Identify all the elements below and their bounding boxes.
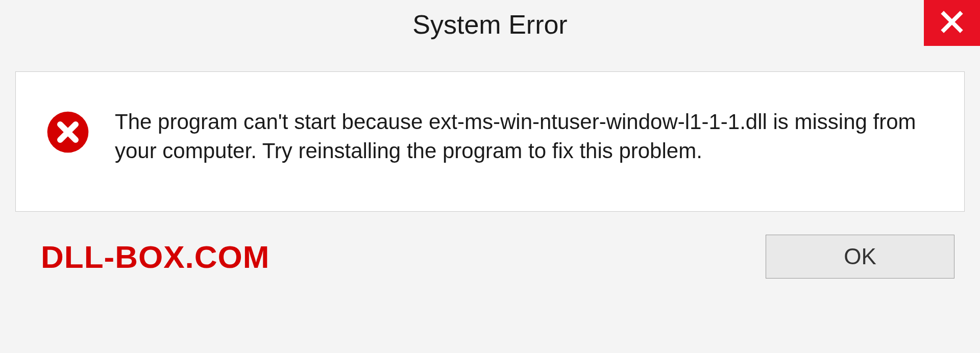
error-message-text: The program can't start because ext-ms-w… xyxy=(115,108,939,165)
title-bar: System Error xyxy=(0,0,980,48)
ok-button[interactable]: OK xyxy=(766,235,954,279)
close-icon xyxy=(940,10,964,36)
watermark-text: DLL-BOX.COM xyxy=(41,239,270,275)
ok-button-label: OK xyxy=(844,244,876,269)
error-icon xyxy=(46,111,89,154)
dialog-footer: DLL-BOX.COM OK xyxy=(15,235,965,279)
close-button[interactable] xyxy=(924,0,980,46)
window-title: System Error xyxy=(412,9,567,40)
dialog-content: The program can't start because ext-ms-w… xyxy=(15,71,965,212)
